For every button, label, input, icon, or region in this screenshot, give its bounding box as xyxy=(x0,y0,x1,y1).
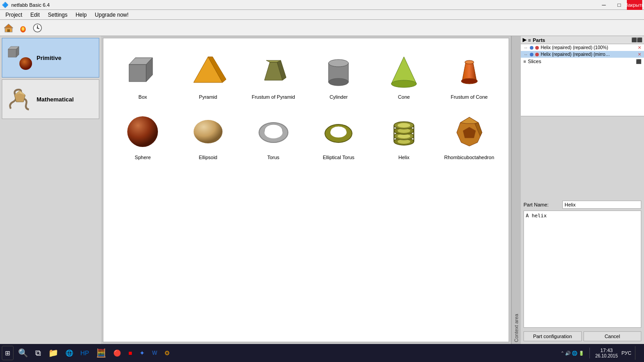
sidebar-item-mathematical[interactable]: Mathematical xyxy=(2,79,99,119)
rhombicuboctahedron-icon xyxy=(449,111,490,152)
sphere-icon xyxy=(122,111,163,152)
part-dot-blue xyxy=(530,46,533,50)
show-desktop-button[interactable] xyxy=(635,346,642,360)
context-area-label: Context area xyxy=(511,36,521,344)
shape-torus[interactable]: Torus xyxy=(243,108,304,164)
torus-icon xyxy=(253,111,294,152)
svg-rect-10 xyxy=(8,49,16,57)
torus-label: Torus xyxy=(267,155,279,160)
close-button[interactable]: Закрыть xyxy=(627,0,642,10)
taskbar-right: ⌃ 🔊 🌐 🔋 17:43 26.10.2015 РУС xyxy=(561,346,642,360)
slices-row: ≡ Slices ⬛ xyxy=(521,58,644,65)
toolbar-fire-button[interactable] xyxy=(16,22,30,34)
start-button[interactable]: ⊞ xyxy=(2,346,14,360)
cone-label: Cone xyxy=(398,94,410,100)
app-icon: 🔷 xyxy=(2,2,9,8)
search-button[interactable]: 🔍 xyxy=(15,346,31,360)
svg-point-34 xyxy=(194,120,222,143)
elliptical-torus-label: Elliptical Torus xyxy=(323,155,354,160)
part-name-input[interactable] xyxy=(562,201,641,209)
minimize-button[interactable]: ─ xyxy=(596,0,612,10)
frustum-cone-label: Frustum of Cone xyxy=(451,94,488,100)
taskbar-clock[interactable]: 17:43 26.10.2015 xyxy=(595,347,618,359)
part-dot-blue-2 xyxy=(530,53,533,56)
rhombicuboctahedron-label: Rhombicuboctahedron xyxy=(444,155,494,160)
svg-point-31 xyxy=(461,78,477,84)
taskbar-calc[interactable]: 🧮 xyxy=(93,346,109,360)
title-bar: 🔷 netfabb Basic 6.4 ─ □ Закрыть xyxy=(0,0,644,10)
right-bottom: Part Name: A helix Part configuration Ca… xyxy=(521,198,644,344)
tree-item-helix-repaired[interactable]: ↔ Helix (repaired) (repaired) (100%) ✕ xyxy=(521,44,644,51)
slices-label: Slices xyxy=(528,59,541,64)
svg-point-26 xyxy=(329,60,348,67)
taskbar-app3[interactable]: ⚙ xyxy=(162,346,173,360)
shape-frustum-pyramid[interactable]: Frustum of Pyramid xyxy=(243,47,304,103)
taskbar-language: РУС xyxy=(621,350,631,356)
part-config-button[interactable]: Part configuration xyxy=(524,331,582,341)
sidebar-item-primitive[interactable]: Primitive xyxy=(2,38,99,78)
part-name-row: Part Name: xyxy=(524,201,641,209)
svg-point-39 xyxy=(267,127,280,136)
parts-header: ▶ ≡ Parts ⬛⬛ xyxy=(521,36,644,44)
menu-settings[interactable]: Settings xyxy=(44,11,71,19)
svg-rect-2 xyxy=(7,29,10,32)
taskbar-word[interactable]: W xyxy=(149,346,160,360)
taskbar-separator xyxy=(589,348,590,358)
title-bar-right: ─ □ Закрыть xyxy=(596,0,642,10)
svg-rect-17 xyxy=(129,64,146,82)
menu-help[interactable]: Help xyxy=(72,11,90,19)
taskbar-app1[interactable]: ■ xyxy=(125,346,134,360)
taskbar-files[interactable]: 📁 xyxy=(46,346,61,360)
taskbar-app2[interactable]: ✦ xyxy=(137,346,148,360)
parts-label: Parts xyxy=(533,37,545,43)
svg-point-5 xyxy=(22,27,24,30)
toolbar-home-button[interactable] xyxy=(2,22,15,34)
right-panel: Context area ▶ ≡ Parts ⬛⬛ ↔ Helix (repai… xyxy=(511,36,644,344)
primitive-icon xyxy=(6,44,33,71)
shape-helix[interactable]: Helix xyxy=(374,108,435,164)
helix-icon xyxy=(384,111,424,152)
svg-point-27 xyxy=(329,78,348,86)
shape-rhombicuboctahedron[interactable]: Rhombicuboctahedron xyxy=(439,108,500,164)
svg-marker-28 xyxy=(391,57,417,84)
main-area: Primitive Mathematical xyxy=(0,36,644,344)
shape-pyramid[interactable]: Pyramid xyxy=(178,47,239,103)
tree-item-helix-mirrored[interactable]: ↔ Helix (repaired) (repaired) (mirrored)… xyxy=(521,51,644,58)
shape-elliptical-torus[interactable]: Elliptical Torus xyxy=(308,108,369,164)
pyramid-label: Pyramid xyxy=(199,94,217,100)
box-icon xyxy=(122,51,163,92)
taskbar-chrome[interactable]: 🔴 xyxy=(111,346,124,360)
task-view-button[interactable]: ⧉ xyxy=(32,346,44,360)
tree-item-close-2[interactable]: ✕ xyxy=(638,52,641,57)
svg-point-13 xyxy=(19,57,32,70)
shape-cylinder[interactable]: Cylinder xyxy=(308,47,369,103)
shape-ellipsoid[interactable]: Ellipsoid xyxy=(178,108,239,164)
taskbar-browser[interactable]: 🌐 xyxy=(63,346,76,360)
taskbar-hp[interactable]: HP xyxy=(78,346,92,360)
menu-upgrade[interactable]: Upgrade now! xyxy=(91,11,132,19)
tree-item-close-1[interactable]: ✕ xyxy=(638,45,641,50)
shape-frustum-cone[interactable]: Frustum of Cone xyxy=(439,47,500,103)
shape-box[interactable]: Box xyxy=(112,47,173,103)
menu-bar: Project Edit Settings Help Upgrade now! xyxy=(0,10,644,20)
cancel-button[interactable]: Cancel xyxy=(584,331,642,341)
pyramid-icon xyxy=(188,51,228,92)
description-textarea[interactable]: A helix xyxy=(524,211,641,328)
elliptical-torus-icon xyxy=(318,111,359,152)
shapes-grid: Box Pyramid xyxy=(108,43,504,168)
toolbar-clock-button[interactable] xyxy=(31,22,44,34)
shape-cone[interactable]: Cone xyxy=(374,47,435,103)
ellipsoid-label: Ellipsoid xyxy=(199,155,218,160)
parts-section: ↔ Helix (repaired) (repaired) (100%) ✕ ↔… xyxy=(521,44,644,116)
cone-icon xyxy=(384,51,424,92)
svg-point-51 xyxy=(398,123,410,128)
shape-sphere[interactable]: Sphere xyxy=(112,108,173,164)
frustum-pyramid-icon xyxy=(253,51,294,92)
svg-point-43 xyxy=(330,128,347,137)
svg-point-32 xyxy=(465,60,474,64)
menu-project[interactable]: Project xyxy=(2,11,26,19)
svg-point-33 xyxy=(127,116,158,147)
menu-edit[interactable]: Edit xyxy=(27,11,43,19)
taskbar-icons: ⌃ 🔊 🌐 🔋 xyxy=(561,351,584,356)
cylinder-label: Cylinder xyxy=(329,94,347,100)
